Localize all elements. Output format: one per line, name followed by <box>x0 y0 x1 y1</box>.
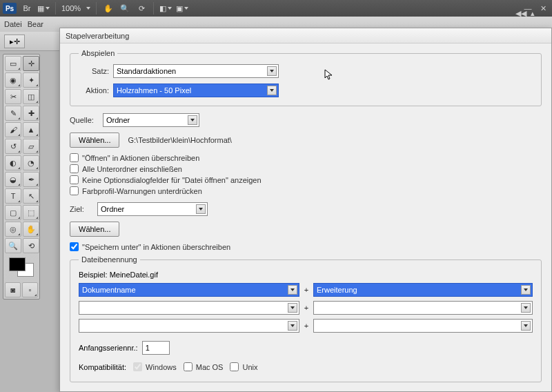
dest-label: Ziel: <box>70 205 93 213</box>
rotate-icon[interactable]: ⟳ <box>135 2 148 14</box>
action-select[interactable]: Holzrahmen - 50 Pixel <box>113 84 279 97</box>
3d-tool[interactable]: ⬚ <box>23 205 39 220</box>
naming-field-2[interactable]: Erweiterung <box>313 283 533 297</box>
3d-cam-tool[interactable]: ◎ <box>5 222 21 237</box>
choose-source-button[interactable]: Wählen... <box>70 133 119 148</box>
path-tool[interactable]: ↖ <box>23 188 39 204</box>
include-subfolders-checkbox[interactable] <box>70 164 79 173</box>
source-select[interactable]: Ordner <box>103 113 199 127</box>
history-brush-tool[interactable]: ↺ <box>5 139 21 154</box>
gradient-tool[interactable]: ◐ <box>5 155 21 170</box>
compat-mac-checkbox[interactable] <box>184 362 193 371</box>
source-label: Quelle: <box>70 116 99 124</box>
screenmode-icon[interactable]: ▫ <box>22 282 38 297</box>
chevron-down-icon <box>188 115 197 125</box>
chevron-down-icon <box>521 303 531 313</box>
type-tool[interactable]: T <box>5 188 21 204</box>
naming-field-3[interactable] <box>79 301 299 315</box>
serial-input[interactable] <box>142 341 170 355</box>
rotate-view-tool[interactable]: ⟲ <box>23 238 39 253</box>
chevron-down-icon[interactable] <box>86 7 90 10</box>
source-path: G:\Testbilder\klein\Hochformat\ <box>128 136 231 144</box>
menu-datei[interactable]: Datei <box>4 20 22 28</box>
choose-dest-button[interactable]: Wählen... <box>70 222 119 237</box>
zoom-tool[interactable]: 🔍 <box>5 238 21 253</box>
naming-field-6[interactable] <box>313 319 533 333</box>
menu-bearbeiten[interactable]: Bear <box>28 20 43 28</box>
foreground-swatch[interactable] <box>9 257 26 271</box>
action-label: Aktion: <box>79 86 109 95</box>
zoom-icon[interactable]: 🔍 <box>119 2 131 14</box>
chevron-down-icon <box>267 66 277 76</box>
hand-tool[interactable]: ✋ <box>23 222 39 237</box>
example-label: Beispiel: <box>79 271 108 279</box>
shape-tool[interactable]: ▢ <box>5 205 21 220</box>
compat-unix-checkbox[interactable] <box>230 362 239 371</box>
override-open-checkbox[interactable] <box>70 153 79 162</box>
dodge-tool[interactable]: ◒ <box>5 172 21 187</box>
eraser-tool[interactable]: ▱ <box>23 139 39 154</box>
naming-field-4[interactable] <box>313 301 533 315</box>
dest-select[interactable]: Ordner <box>97 202 208 216</box>
close-icon[interactable]: ✕ <box>537 2 549 14</box>
chevron-down-icon <box>288 285 297 295</box>
cursor-icon <box>324 69 334 81</box>
naming-field-1[interactable]: Dokumentname <box>79 283 299 297</box>
tools-panette: ▭ ✛ ◉ ✦ ✂ ◫ ✎ ✚ 🖌 ▲ ↺ ▱ ◐ ◔ ◒ ✒ T ↖ ▢ ⬚ … <box>3 54 40 300</box>
move-tool-indicator[interactable]: ▸✛ <box>4 35 25 48</box>
lasso-tool[interactable]: ◉ <box>5 72 21 88</box>
plus-icon: + <box>304 304 309 312</box>
marquee-tool[interactable]: ▭ <box>5 56 21 71</box>
pen-tool[interactable]: ✒ <box>23 172 39 187</box>
suppress-color-warnings-checkbox[interactable] <box>70 186 79 195</box>
chevron-down-icon <box>267 86 277 95</box>
compat-windows-checkbox <box>133 362 142 371</box>
chevron-down-icon <box>288 321 297 331</box>
example-value: MeineDatei.gif <box>110 271 158 279</box>
move-tool[interactable]: ✛ <box>23 56 39 71</box>
suppress-open-dialogs-checkbox[interactable] <box>70 175 79 184</box>
arrange-icon[interactable]: ◧ <box>159 2 172 14</box>
wand-tool[interactable]: ✦ <box>23 72 39 88</box>
brush-tool[interactable]: 🖌 <box>5 122 21 137</box>
zoom-display[interactable]: 100% <box>61 4 81 12</box>
plus-icon: + <box>304 286 309 294</box>
set-select[interactable]: Standardaktionen <box>113 64 279 78</box>
dialog-title: Stapelverarbeitung <box>60 28 551 43</box>
override-save-checkbox[interactable] <box>70 242 79 251</box>
color-swatches[interactable] <box>5 256 38 281</box>
serial-label: Anfangsseriennr.: <box>79 344 138 352</box>
ps-logo: Ps <box>3 3 17 14</box>
app-toolbar: Ps Br ▦ 100% ✋ 🔍 ⟳ ◧ ▣ — ✕ <box>0 0 552 17</box>
crop-tool[interactable]: ✂ <box>5 89 21 104</box>
chevron-down-icon <box>288 303 297 313</box>
chevron-down-icon <box>521 285 531 295</box>
naming-fieldset: Dateibenennung Beispiel: MeineDatei.gif … <box>70 255 542 382</box>
quickmask-icon[interactable]: ◙ <box>5 282 21 297</box>
eyedropper-tool[interactable]: ✎ <box>5 106 21 121</box>
stamp-tool[interactable]: ▲ <box>23 122 39 137</box>
bridge-icon[interactable]: Br <box>21 2 33 14</box>
naming-legend: Dateibenennung <box>79 255 140 264</box>
batch-dialog: Stapelverarbeitung Abspielen Satz: Stand… <box>59 28 552 392</box>
blur-tool[interactable]: ◔ <box>23 155 39 170</box>
plus-icon: + <box>304 322 309 330</box>
heal-tool[interactable]: ✚ <box>23 106 39 121</box>
play-fieldset: Abspielen Satz: Standardaktionen Aktion:… <box>70 49 542 106</box>
hand-icon[interactable]: ✋ <box>102 2 115 14</box>
slice-tool[interactable]: ◫ <box>23 89 39 104</box>
screen-mode-icon[interactable]: ▣ <box>176 2 188 14</box>
compat-label: Kompatibilität: <box>79 363 126 371</box>
naming-field-5[interactable] <box>79 319 299 333</box>
set-label: Satz: <box>79 67 109 75</box>
chevron-down-icon <box>521 321 531 331</box>
film-icon[interactable]: ▦ <box>37 2 50 14</box>
chevron-down-icon <box>196 204 206 214</box>
play-legend: Abspielen <box>79 49 117 57</box>
